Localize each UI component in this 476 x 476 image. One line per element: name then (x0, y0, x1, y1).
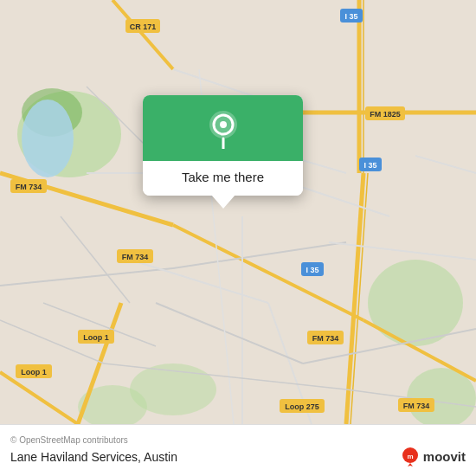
location-row: Lane Haviland Services, Austin m moovit (10, 447, 466, 466)
svg-text:FM 734: FM 734 (312, 334, 339, 343)
svg-rect-0 (0, 0, 476, 424)
popup-green-area (143, 95, 303, 161)
take-me-there-button[interactable]: Take me there (182, 170, 264, 184)
svg-text:FM 734: FM 734 (16, 183, 42, 191)
map-svg: CR 171 I 35 FM 1825 I 35 FM 734 FM 734 I… (0, 0, 476, 424)
bottom-bar: © OpenStreetMap contributors Lane Havila… (0, 424, 476, 476)
svg-text:Loop 1: Loop 1 (21, 368, 47, 376)
location-pin-icon (208, 111, 239, 149)
svg-text:CR 171: CR 171 (130, 23, 157, 31)
svg-point-4 (368, 260, 463, 346)
svg-text:I 35: I 35 (344, 12, 357, 21)
svg-text:I 35: I 35 (363, 161, 376, 170)
svg-text:FM 734: FM 734 (403, 402, 430, 410)
moovit-icon: m (401, 447, 420, 466)
popup-label-area: Take me there (143, 161, 303, 196)
attribution-text: © OpenStreetMap contributors (10, 435, 466, 445)
moovit-logo: m moovit (401, 447, 466, 466)
svg-text:Loop 1: Loop 1 (83, 333, 109, 342)
popup-pointer (211, 195, 235, 209)
svg-text:FM 734: FM 734 (122, 253, 149, 261)
moovit-brand-text: moovit (423, 449, 466, 464)
map-container: CR 171 I 35 FM 1825 I 35 FM 734 FM 734 I… (0, 0, 476, 424)
popup-card: Take me there (143, 95, 303, 196)
svg-text:FM 1825: FM 1825 (370, 110, 401, 119)
location-name: Lane Haviland Services, Austin (10, 450, 177, 464)
svg-point-65 (220, 121, 227, 128)
svg-text:I 35: I 35 (306, 266, 318, 274)
svg-point-3 (22, 100, 74, 177)
svg-text:m: m (407, 453, 413, 460)
svg-text:Loop 275: Loop 275 (285, 402, 319, 411)
